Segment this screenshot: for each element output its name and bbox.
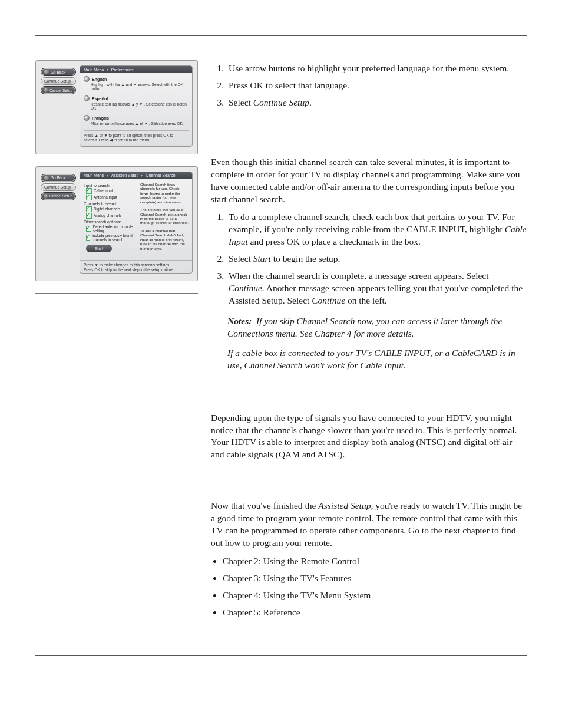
cs-footer-2: Press OK to skip to the next step in the… <box>84 268 189 272</box>
go-back-label: Go Back <box>51 70 65 74</box>
bottom-rule <box>35 655 527 657</box>
breadcrumb-2: Assisted Setup <box>111 173 139 177</box>
lang-francais: Français <box>92 116 109 120</box>
breadcrumb-1: Main Menu <box>84 173 104 177</box>
go-back-button[interactable]: Go Back <box>41 174 76 182</box>
step-1: Use arrow buttons to highlight your pref… <box>226 62 527 75</box>
cs-step-3: When the channel search is complete, a m… <box>226 270 527 307</box>
note-2: If a cable box is connected to your TV's… <box>227 347 527 372</box>
continue-setup-button[interactable]: Continue Setup <box>41 77 76 85</box>
channel-search-intro: Even though this initial channel search … <box>211 156 527 206</box>
cancel-setup-label: Cancel Setup <box>49 88 72 93</box>
checkbox-icon[interactable] <box>86 195 92 200</box>
breadcrumb-1: Main Menu <box>84 68 104 72</box>
continue-setup-label: Continue Setup <box>44 185 71 189</box>
changing-channels-note: Depending upon the type of signals you h… <box>211 412 527 462</box>
checkbox-icon[interactable] <box>86 226 91 232</box>
cs-step-1: To do a complete channel search, check e… <box>226 211 527 248</box>
list-item: Chapter 2: Using the Remote Control <box>223 555 527 568</box>
preferences-window: Go Back Continue Setup Cancel Setup Main… <box>35 60 198 154</box>
breadcrumb: Main Menu ▸ Preferences <box>80 66 192 73</box>
checkbox-icon[interactable] <box>86 213 92 219</box>
cancel-setup-label: Cancel Setup <box>49 194 72 198</box>
cs-footer-1: Press ▼ to make changes to this screen's… <box>84 263 189 268</box>
cs-step-2: Select Start to begin the setup. <box>226 253 527 265</box>
radio-icon[interactable] <box>84 115 90 121</box>
footer-line-1: Press ▲ or ▼ to point to an option, then… <box>84 133 189 138</box>
start-button[interactable]: Start <box>86 245 112 252</box>
list-item: Chapter 5: Reference <box>223 607 527 619</box>
step-2: Press OK to select that language. <box>226 80 527 92</box>
cancel-setup-button[interactable]: Cancel Setup <box>41 86 76 94</box>
detect-setting-label: Detect antenna or cable setting <box>93 225 137 233</box>
list-item: Chapter 3: Using the TV's Features <box>223 572 527 585</box>
analog-channels-label: Analog channels <box>94 213 121 218</box>
channel-search-window: Go Back Continue Setup Cancel Setup Main… <box>35 166 198 281</box>
lang-espanol-hint: Resalte con las flechas ▲ y ▼ . Seleccio… <box>91 102 189 110</box>
radio-icon[interactable] <box>84 76 90 82</box>
start-label: Start <box>95 246 103 251</box>
lang-english-hint: Highlight with the ▲ and ▼ arrows. Selec… <box>91 83 189 91</box>
breadcrumb-3: Channel Search <box>146 173 175 177</box>
lang-espanol: Español <box>92 97 108 101</box>
breadcrumb: Main Menu ▸ Assisted Setup ▸ Channel Sea… <box>80 172 192 179</box>
chevron-right-icon: ▸ <box>107 173 109 178</box>
cs-desc-3: To add a channel that Channel Search did… <box>140 229 189 251</box>
radio-icon[interactable] <box>84 95 90 101</box>
include-previous-label: Include previously found channels in sea… <box>92 233 137 242</box>
cs-desc-1: Channel Search finds channels for you. C… <box>140 182 189 204</box>
cancel-setup-button[interactable]: Cancel Setup <box>41 192 76 200</box>
list-item: Chapter 4: Using the TV's Menu System <box>223 589 527 602</box>
note-1: Notes: If you skip Channel Search now, y… <box>227 315 527 340</box>
cable-input-label: Cable Input <box>94 189 113 193</box>
top-rule <box>35 35 527 37</box>
antenna-input-label: Antenna Input <box>94 195 117 199</box>
chevron-right-icon: ▸ <box>107 67 109 72</box>
continue-setup-button[interactable]: Continue Setup <box>41 183 76 191</box>
lang-francais-hint: Mise en surbrillance avec ▲ et ▼ . Sélec… <box>91 121 189 126</box>
cs-desc-2: The first time that you do a Channel Sea… <box>140 207 189 225</box>
go-back-label: Go Back <box>51 176 65 180</box>
input-to-search-label: Input to search: <box>84 183 137 187</box>
digital-channels-label: Digital channels <box>94 207 120 211</box>
checkbox-icon[interactable] <box>86 235 90 241</box>
channels-to-search-label: Channels to search: <box>84 202 137 206</box>
step-3: Select Continue Setup. <box>226 97 527 109</box>
divider <box>35 293 198 294</box>
footer-line-2: select it. Press ◀ to return to the menu… <box>84 138 189 143</box>
chevron-right-icon: ▸ <box>141 173 143 178</box>
lang-english: English <box>92 77 107 81</box>
other-options-label: Other search options: <box>84 220 137 224</box>
whats-next: Now that you've finished the Assisted Se… <box>211 500 527 549</box>
breadcrumb-2: Preferences <box>111 68 134 72</box>
divider <box>35 367 198 367</box>
continue-setup-label: Continue Setup <box>44 79 71 83</box>
go-back-button[interactable]: Go Back <box>41 68 76 76</box>
